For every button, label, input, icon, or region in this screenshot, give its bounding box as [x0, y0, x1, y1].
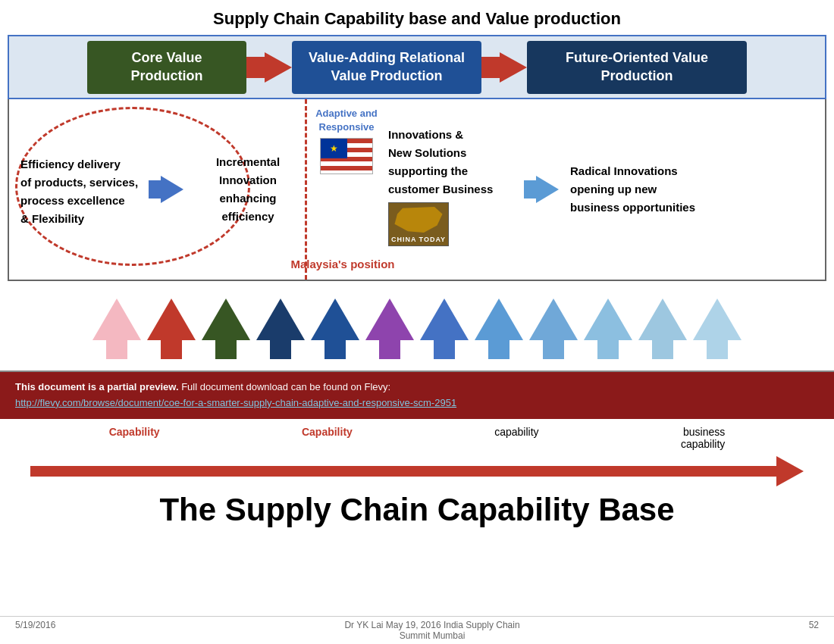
capability-label-2: Capability [302, 426, 353, 450]
footer-page-number: 52 [809, 620, 819, 641]
mid-arrow-2 [532, 99, 563, 280]
bottom-section: Capability Capability capability busines… [0, 419, 834, 532]
arrows-section [0, 281, 834, 372]
up-arrow-1 [92, 299, 141, 359]
preview-normal-text: Full document download can be found on F… [181, 381, 390, 392]
up-arrow-7 [420, 299, 469, 359]
red-capability-arrow [15, 453, 819, 488]
up-arrow-9 [529, 299, 578, 359]
arrow-1 [246, 48, 292, 86]
up-arrow-6 [365, 299, 414, 359]
china-map-shape [392, 205, 445, 234]
footer-date: 5/19/2016 [15, 620, 55, 641]
incremental-text: Incremental Innovation enhancing efficie… [216, 153, 280, 226]
preview-banner: This document is a partial preview. Full… [0, 372, 834, 419]
malaysia-flag: ★ [320, 138, 373, 174]
up-arrow-5 [311, 299, 359, 359]
top-title: Supply Chain Capability base and Value p… [0, 0, 834, 35]
header-row: Core Value Production Value-Adding Relat… [8, 35, 826, 99]
adaptive-label: Adaptive and Responsive [309, 107, 384, 134]
up-arrow-12 [693, 299, 742, 359]
footer-center: Dr YK Lai May 19, 2016 India Supply Chai… [55, 620, 808, 641]
col-innovations: Innovations & New Solutions supporting t… [384, 99, 532, 280]
col-efficiency: Efficiency delivery of products, service… [9, 99, 157, 280]
up-arrow-11 [638, 299, 687, 359]
arrow-2 [481, 48, 527, 86]
header-box-value-adding: Value-Adding Relational Value Production [292, 41, 481, 94]
capability-label-1: Capability [109, 426, 160, 450]
innovations-text: Innovations & New Solutions supporting t… [388, 126, 493, 199]
big-title: The Supply Chain Capability Base [15, 488, 819, 532]
capability-label-4: business capability [681, 426, 725, 450]
header-box-future-oriented: Future-Oriented Value Production [527, 41, 747, 94]
col-flag-area: Adaptive and Responsive ★ [309, 99, 384, 280]
radical-text: Radical Innovations opening up new busin… [570, 162, 695, 217]
col-incremental: Incremental Innovation enhancing efficie… [187, 99, 309, 280]
up-arrow-3 [202, 299, 250, 359]
up-arrow-10 [584, 299, 632, 359]
capability-labels: Capability Capability capability busines… [15, 423, 819, 453]
col-radical: Radical Innovations opening up new busin… [563, 99, 825, 280]
china-today-image: CHINA TODAY [388, 202, 449, 246]
efficiency-text: Efficiency delivery of products, service… [20, 155, 138, 228]
up-arrow-8 [475, 299, 523, 359]
up-arrow-2 [147, 299, 196, 359]
header-box-core-value: Core Value Production [87, 41, 246, 94]
footer: 5/19/2016 Dr YK Lai May 19, 2016 India S… [0, 616, 834, 644]
middle-inner: Efficiency delivery of products, service… [9, 99, 825, 280]
middle-section: Efficiency delivery of products, service… [8, 99, 826, 281]
up-arrow-4 [256, 299, 305, 359]
preview-link[interactable]: http://flevy.com/browse/document/coe-for… [15, 397, 456, 408]
slide: Supply Chain Capability base and Value p… [0, 0, 834, 644]
capability-label-3: capability [494, 426, 538, 450]
preview-bold-text: This document is a partial preview. [15, 381, 179, 392]
mid-arrow-1 [157, 99, 187, 280]
